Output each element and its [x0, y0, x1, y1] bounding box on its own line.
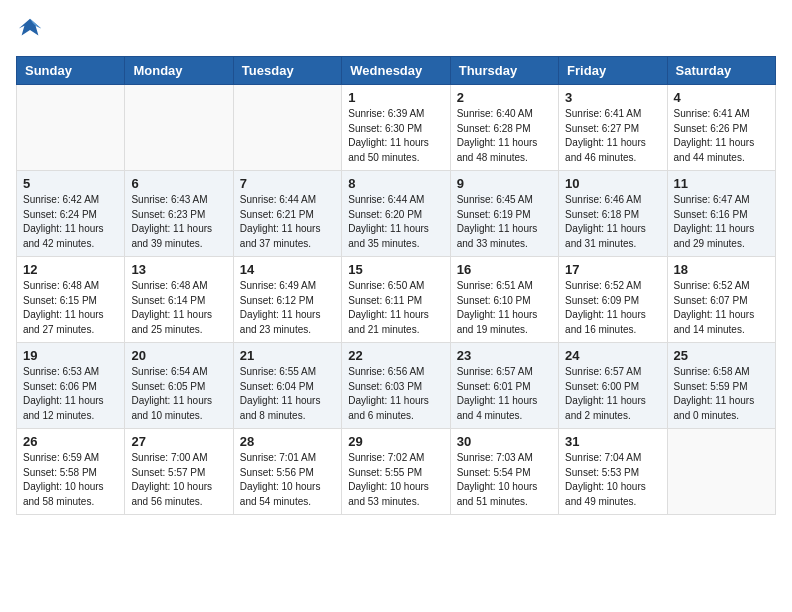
day-number: 10	[565, 176, 660, 191]
day-info: Sunrise: 6:41 AM Sunset: 6:27 PM Dayligh…	[565, 107, 660, 165]
column-header-wednesday: Wednesday	[342, 57, 450, 85]
day-number: 8	[348, 176, 443, 191]
day-number: 23	[457, 348, 552, 363]
day-info: Sunrise: 7:02 AM Sunset: 5:55 PM Dayligh…	[348, 451, 443, 509]
day-info: Sunrise: 7:01 AM Sunset: 5:56 PM Dayligh…	[240, 451, 335, 509]
calendar-week-row: 5Sunrise: 6:42 AM Sunset: 6:24 PM Daylig…	[17, 171, 776, 257]
day-number: 21	[240, 348, 335, 363]
day-number: 13	[131, 262, 226, 277]
day-number: 17	[565, 262, 660, 277]
calendar-cell: 27Sunrise: 7:00 AM Sunset: 5:57 PM Dayli…	[125, 429, 233, 515]
calendar-cell: 15Sunrise: 6:50 AM Sunset: 6:11 PM Dayli…	[342, 257, 450, 343]
calendar-week-row: 12Sunrise: 6:48 AM Sunset: 6:15 PM Dayli…	[17, 257, 776, 343]
day-number: 16	[457, 262, 552, 277]
calendar-cell: 3Sunrise: 6:41 AM Sunset: 6:27 PM Daylig…	[559, 85, 667, 171]
day-info: Sunrise: 6:39 AM Sunset: 6:30 PM Dayligh…	[348, 107, 443, 165]
day-number: 9	[457, 176, 552, 191]
day-info: Sunrise: 6:57 AM Sunset: 6:01 PM Dayligh…	[457, 365, 552, 423]
calendar-cell: 6Sunrise: 6:43 AM Sunset: 6:23 PM Daylig…	[125, 171, 233, 257]
day-info: Sunrise: 6:52 AM Sunset: 6:09 PM Dayligh…	[565, 279, 660, 337]
calendar-cell: 17Sunrise: 6:52 AM Sunset: 6:09 PM Dayli…	[559, 257, 667, 343]
day-info: Sunrise: 6:40 AM Sunset: 6:28 PM Dayligh…	[457, 107, 552, 165]
calendar-cell: 8Sunrise: 6:44 AM Sunset: 6:20 PM Daylig…	[342, 171, 450, 257]
calendar-cell: 25Sunrise: 6:58 AM Sunset: 5:59 PM Dayli…	[667, 343, 775, 429]
day-info: Sunrise: 6:49 AM Sunset: 6:12 PM Dayligh…	[240, 279, 335, 337]
day-info: Sunrise: 6:48 AM Sunset: 6:14 PM Dayligh…	[131, 279, 226, 337]
calendar-cell	[125, 85, 233, 171]
day-info: Sunrise: 6:58 AM Sunset: 5:59 PM Dayligh…	[674, 365, 769, 423]
day-number: 29	[348, 434, 443, 449]
calendar-cell: 26Sunrise: 6:59 AM Sunset: 5:58 PM Dayli…	[17, 429, 125, 515]
day-info: Sunrise: 6:57 AM Sunset: 6:00 PM Dayligh…	[565, 365, 660, 423]
day-info: Sunrise: 6:41 AM Sunset: 6:26 PM Dayligh…	[674, 107, 769, 165]
day-number: 22	[348, 348, 443, 363]
day-info: Sunrise: 6:47 AM Sunset: 6:16 PM Dayligh…	[674, 193, 769, 251]
calendar-table: SundayMondayTuesdayWednesdayThursdayFrid…	[16, 56, 776, 515]
day-number: 18	[674, 262, 769, 277]
day-number: 5	[23, 176, 118, 191]
calendar-cell: 24Sunrise: 6:57 AM Sunset: 6:00 PM Dayli…	[559, 343, 667, 429]
calendar-header-row: SundayMondayTuesdayWednesdayThursdayFrid…	[17, 57, 776, 85]
calendar-cell	[667, 429, 775, 515]
day-info: Sunrise: 6:52 AM Sunset: 6:07 PM Dayligh…	[674, 279, 769, 337]
day-number: 25	[674, 348, 769, 363]
calendar-cell: 28Sunrise: 7:01 AM Sunset: 5:56 PM Dayli…	[233, 429, 341, 515]
calendar-cell: 31Sunrise: 7:04 AM Sunset: 5:53 PM Dayli…	[559, 429, 667, 515]
day-number: 2	[457, 90, 552, 105]
calendar-cell: 5Sunrise: 6:42 AM Sunset: 6:24 PM Daylig…	[17, 171, 125, 257]
logo-icon	[16, 16, 44, 44]
day-number: 4	[674, 90, 769, 105]
calendar-week-row: 19Sunrise: 6:53 AM Sunset: 6:06 PM Dayli…	[17, 343, 776, 429]
calendar-cell: 1Sunrise: 6:39 AM Sunset: 6:30 PM Daylig…	[342, 85, 450, 171]
day-info: Sunrise: 6:54 AM Sunset: 6:05 PM Dayligh…	[131, 365, 226, 423]
calendar-cell: 7Sunrise: 6:44 AM Sunset: 6:21 PM Daylig…	[233, 171, 341, 257]
calendar-week-row: 26Sunrise: 6:59 AM Sunset: 5:58 PM Dayli…	[17, 429, 776, 515]
calendar-cell: 22Sunrise: 6:56 AM Sunset: 6:03 PM Dayli…	[342, 343, 450, 429]
day-info: Sunrise: 7:04 AM Sunset: 5:53 PM Dayligh…	[565, 451, 660, 509]
calendar-cell: 10Sunrise: 6:46 AM Sunset: 6:18 PM Dayli…	[559, 171, 667, 257]
logo	[16, 16, 48, 44]
calendar-cell: 13Sunrise: 6:48 AM Sunset: 6:14 PM Dayli…	[125, 257, 233, 343]
day-info: Sunrise: 6:44 AM Sunset: 6:21 PM Dayligh…	[240, 193, 335, 251]
calendar-cell: 21Sunrise: 6:55 AM Sunset: 6:04 PM Dayli…	[233, 343, 341, 429]
calendar-cell: 30Sunrise: 7:03 AM Sunset: 5:54 PM Dayli…	[450, 429, 558, 515]
calendar-cell: 16Sunrise: 6:51 AM Sunset: 6:10 PM Dayli…	[450, 257, 558, 343]
calendar-week-row: 1Sunrise: 6:39 AM Sunset: 6:30 PM Daylig…	[17, 85, 776, 171]
day-info: Sunrise: 6:48 AM Sunset: 6:15 PM Dayligh…	[23, 279, 118, 337]
day-info: Sunrise: 6:46 AM Sunset: 6:18 PM Dayligh…	[565, 193, 660, 251]
calendar-cell: 18Sunrise: 6:52 AM Sunset: 6:07 PM Dayli…	[667, 257, 775, 343]
day-number: 31	[565, 434, 660, 449]
column-header-thursday: Thursday	[450, 57, 558, 85]
day-number: 12	[23, 262, 118, 277]
day-info: Sunrise: 7:00 AM Sunset: 5:57 PM Dayligh…	[131, 451, 226, 509]
day-number: 15	[348, 262, 443, 277]
day-info: Sunrise: 6:55 AM Sunset: 6:04 PM Dayligh…	[240, 365, 335, 423]
calendar-cell: 14Sunrise: 6:49 AM Sunset: 6:12 PM Dayli…	[233, 257, 341, 343]
day-number: 20	[131, 348, 226, 363]
day-info: Sunrise: 6:53 AM Sunset: 6:06 PM Dayligh…	[23, 365, 118, 423]
calendar-cell: 12Sunrise: 6:48 AM Sunset: 6:15 PM Dayli…	[17, 257, 125, 343]
day-info: Sunrise: 6:42 AM Sunset: 6:24 PM Dayligh…	[23, 193, 118, 251]
day-info: Sunrise: 6:50 AM Sunset: 6:11 PM Dayligh…	[348, 279, 443, 337]
calendar-cell: 2Sunrise: 6:40 AM Sunset: 6:28 PM Daylig…	[450, 85, 558, 171]
svg-marker-0	[19, 19, 41, 36]
page-header	[16, 16, 776, 44]
day-number: 28	[240, 434, 335, 449]
calendar-cell	[17, 85, 125, 171]
day-number: 11	[674, 176, 769, 191]
day-number: 27	[131, 434, 226, 449]
day-number: 1	[348, 90, 443, 105]
calendar-cell: 20Sunrise: 6:54 AM Sunset: 6:05 PM Dayli…	[125, 343, 233, 429]
calendar-cell: 9Sunrise: 6:45 AM Sunset: 6:19 PM Daylig…	[450, 171, 558, 257]
column-header-friday: Friday	[559, 57, 667, 85]
day-info: Sunrise: 7:03 AM Sunset: 5:54 PM Dayligh…	[457, 451, 552, 509]
day-number: 7	[240, 176, 335, 191]
column-header-saturday: Saturday	[667, 57, 775, 85]
day-number: 30	[457, 434, 552, 449]
day-info: Sunrise: 6:44 AM Sunset: 6:20 PM Dayligh…	[348, 193, 443, 251]
day-number: 26	[23, 434, 118, 449]
calendar-cell: 4Sunrise: 6:41 AM Sunset: 6:26 PM Daylig…	[667, 85, 775, 171]
day-info: Sunrise: 6:56 AM Sunset: 6:03 PM Dayligh…	[348, 365, 443, 423]
column-header-sunday: Sunday	[17, 57, 125, 85]
calendar-cell: 19Sunrise: 6:53 AM Sunset: 6:06 PM Dayli…	[17, 343, 125, 429]
